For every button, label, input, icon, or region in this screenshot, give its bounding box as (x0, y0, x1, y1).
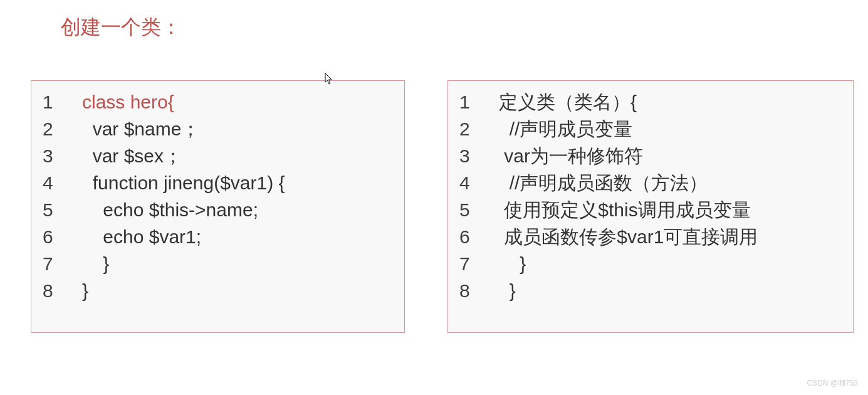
code-line: 2 var $name； (43, 115, 398, 142)
code-line: 7 } (43, 250, 398, 277)
line-number: 4 (459, 169, 483, 196)
line-number: 8 (459, 277, 483, 304)
line-number: 4 (43, 169, 66, 196)
code-text: function jineng($var1) { (66, 169, 285, 196)
line-number: 7 (459, 250, 483, 277)
code-line: 5 echo $this->name; (43, 196, 398, 223)
code-text: 定义类（类名）{ (483, 88, 637, 115)
code-line: 1 class hero{ (43, 88, 398, 115)
code-text: echo $var1; (66, 223, 201, 250)
line-number: 3 (43, 142, 66, 169)
page-title: 创建一个类： (61, 14, 181, 41)
code-text: //声明成员变量 (483, 115, 632, 142)
code-line: 6 成员函数传参$var1可直接调用 (459, 223, 847, 250)
line-number: 6 (459, 223, 483, 250)
code-text: } (66, 277, 88, 304)
line-number: 2 (43, 115, 66, 142)
line-number: 1 (43, 88, 66, 115)
line-number: 7 (43, 250, 66, 277)
code-line: 8 } (43, 277, 398, 304)
line-number: 6 (43, 223, 66, 250)
code-line: 7 } (459, 250, 847, 277)
code-line: 5 使用预定义$this调用成员变量 (459, 196, 847, 223)
code-text: echo $this->name; (66, 196, 258, 223)
code-text: class hero{ (66, 88, 174, 115)
code-line: 3 var $sex； (43, 142, 398, 169)
code-text: } (66, 250, 109, 277)
code-line: 8 } (459, 277, 847, 304)
code-box-left: 1 class hero{2 var $name；3 var $sex；4 fu… (31, 80, 405, 333)
code-box-right: 1 定义类（类名）{2 //声明成员变量3 var为一种修饰符4 //声明成员函… (447, 80, 854, 333)
code-text: } (483, 250, 526, 277)
line-number: 2 (459, 115, 483, 142)
code-line: 4 //声明成员函数（方法） (459, 169, 847, 196)
code-text: var $name； (66, 115, 200, 142)
code-line: 2 //声明成员变量 (459, 115, 847, 142)
code-text: var $sex； (66, 142, 182, 169)
code-line: 3 var为一种修饰符 (459, 142, 847, 169)
code-text: } (483, 277, 516, 304)
code-text: 成员函数传参$var1可直接调用 (483, 223, 758, 250)
code-text: var为一种修饰符 (483, 142, 643, 169)
line-number: 1 (459, 88, 483, 115)
code-line: 1 定义类（类名）{ (459, 88, 847, 115)
watermark-text: CSDN @顺753 (807, 378, 858, 389)
line-number: 5 (43, 196, 66, 223)
code-line: 6 echo $var1; (43, 223, 398, 250)
code-line: 4 function jineng($var1) { (43, 169, 398, 196)
code-text: //声明成员函数（方法） (483, 169, 708, 196)
line-number: 3 (459, 142, 483, 169)
line-number: 5 (459, 196, 483, 223)
line-number: 8 (43, 277, 66, 304)
code-text: 使用预定义$this调用成员变量 (483, 196, 751, 223)
